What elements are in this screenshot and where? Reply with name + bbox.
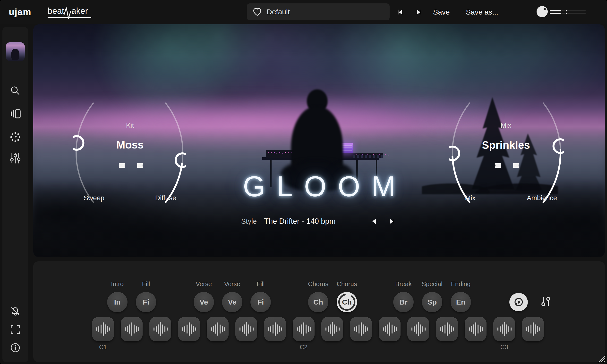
faders-icon[interactable] — [10, 152, 21, 164]
instrument-title: GLOOM — [231, 170, 407, 203]
style-prev-button[interactable] — [372, 219, 376, 224]
ambience-label: Ambience — [527, 194, 557, 202]
pattern-button-special[interactable]: Sp — [422, 292, 442, 312]
style-next-button[interactable] — [390, 219, 394, 224]
beatmaker-logo-suffix: aker — [71, 5, 88, 16]
octave-label-c3: C3 — [500, 344, 508, 351]
plugin-window: ujam beat aker Default Save Save as... — [0, 0, 607, 364]
pattern-settings-icon[interactable] — [541, 297, 551, 308]
kit-value[interactable]: Moss — [116, 139, 144, 151]
beatmaker-logo-prefix: beat — [48, 5, 64, 16]
mix-prev-button[interactable] — [495, 163, 501, 168]
key-pad-c2[interactable] — [293, 317, 315, 341]
mix-macro-label: Mix — [465, 194, 476, 202]
save-as-button[interactable]: Save as... — [466, 8, 498, 16]
sweep-label: Sweep — [83, 194, 105, 202]
pattern-section-label: Intro — [111, 280, 124, 288]
key-pad[interactable] — [522, 317, 544, 341]
beatmaker-logo-underline — [48, 17, 91, 18]
fullscreen-icon[interactable] — [10, 325, 20, 335]
pattern-section-label: Verse — [224, 280, 241, 288]
sweep-arc-slider[interactable] — [73, 102, 102, 204]
pattern-button-intro[interactable]: In — [107, 292, 128, 312]
pattern-section-label: Fill — [142, 280, 150, 288]
meter-bar-left — [550, 10, 586, 11]
pattern-button-fill-2[interactable]: Fi — [250, 292, 271, 312]
volume-knob-indicator — [544, 8, 546, 10]
kit-prev-button[interactable] — [119, 163, 125, 168]
pattern-section-label: Chorus — [308, 280, 328, 288]
key-pad[interactable] — [321, 317, 343, 341]
ujam-logo: ujam — [9, 7, 31, 17]
kit-label: Kit — [126, 122, 134, 129]
preset-selector[interactable]: Default — [247, 3, 390, 20]
meter-bar-right — [550, 13, 586, 14]
key-pad[interactable] — [149, 317, 171, 341]
preset-thumbnail[interactable] — [6, 42, 25, 61]
pattern-panel: Intro Fill Verse Verse Fill Chorus Choru… — [33, 261, 605, 362]
notifications-off-icon[interactable] — [10, 306, 21, 317]
pattern-button-verse-2[interactable]: Ve — [222, 292, 243, 312]
key-pad[interactable] — [407, 317, 429, 341]
pattern-button-break[interactable]: Br — [393, 292, 414, 312]
pattern-section-label: Ending — [451, 280, 471, 288]
pattern-section-label: Chorus — [337, 280, 357, 288]
style-value[interactable]: The Drifter - 140 bpm — [264, 217, 336, 226]
browser-icon[interactable] — [10, 108, 21, 119]
key-pad[interactable] — [121, 317, 143, 341]
save-button[interactable]: Save — [433, 8, 450, 16]
master-volume-knob[interactable] — [537, 6, 548, 17]
preset-next-button[interactable] — [417, 10, 421, 15]
mix-label: Mix — [501, 122, 511, 129]
pattern-button-ending[interactable]: En — [451, 292, 471, 312]
pattern-section-label: Break — [395, 280, 412, 288]
beatmaker-m-glyph — [63, 6, 72, 20]
pattern-button-verse-1[interactable]: Ve — [194, 292, 214, 312]
diffuse-arc-slider[interactable] — [157, 102, 186, 204]
favorite-heart-icon[interactable] — [253, 8, 262, 16]
pattern-section-label: Special — [422, 280, 442, 288]
key-pad[interactable] — [178, 317, 200, 341]
octave-label-c1: C1 — [99, 344, 107, 351]
mix-next-button[interactable] — [513, 163, 519, 168]
key-pad[interactable] — [235, 317, 257, 341]
ambience-arc-slider[interactable] — [535, 102, 564, 204]
pattern-button-fill-1[interactable]: Fi — [136, 292, 156, 312]
key-pad-c3[interactable] — [493, 317, 515, 341]
pattern-section-label: Verse — [196, 280, 212, 288]
preset-prev-button[interactable] — [398, 10, 402, 15]
key-pad[interactable] — [264, 317, 286, 341]
octave-label-c2: C2 — [300, 344, 308, 351]
pattern-section-label: Fill — [256, 280, 265, 288]
pattern-button-chorus-2-active[interactable]: Ch — [337, 292, 357, 312]
output-level-meter — [550, 10, 586, 14]
key-pad[interactable] — [465, 317, 486, 341]
diffuse-label: Diffuse — [155, 194, 176, 202]
key-pad-c1[interactable] — [92, 317, 114, 341]
pattern-button-chorus-1[interactable]: Ch — [308, 292, 328, 312]
key-pad[interactable] — [436, 317, 458, 341]
preset-name: Default — [267, 8, 290, 16]
mix-value[interactable]: Sprinkles — [482, 139, 530, 151]
key-pad[interactable] — [379, 317, 401, 341]
mix-arc-slider[interactable] — [449, 102, 478, 204]
loop-button[interactable] — [509, 293, 528, 311]
info-icon[interactable] — [10, 342, 21, 353]
top-bar: ujam beat aker Default Save Save as... — [0, 0, 607, 24]
search-icon[interactable] — [10, 85, 21, 96]
kit-next-button[interactable] — [137, 163, 143, 168]
particles-icon[interactable] — [10, 131, 21, 143]
replay-icon — [513, 297, 524, 307]
style-label: Style — [241, 217, 257, 225]
artwork-panel: GLOOM Kit Moss Mix Sprinkles — [33, 24, 605, 257]
key-pad[interactable] — [207, 317, 229, 341]
key-pad[interactable] — [350, 317, 372, 341]
sidebar — [2, 27, 28, 362]
